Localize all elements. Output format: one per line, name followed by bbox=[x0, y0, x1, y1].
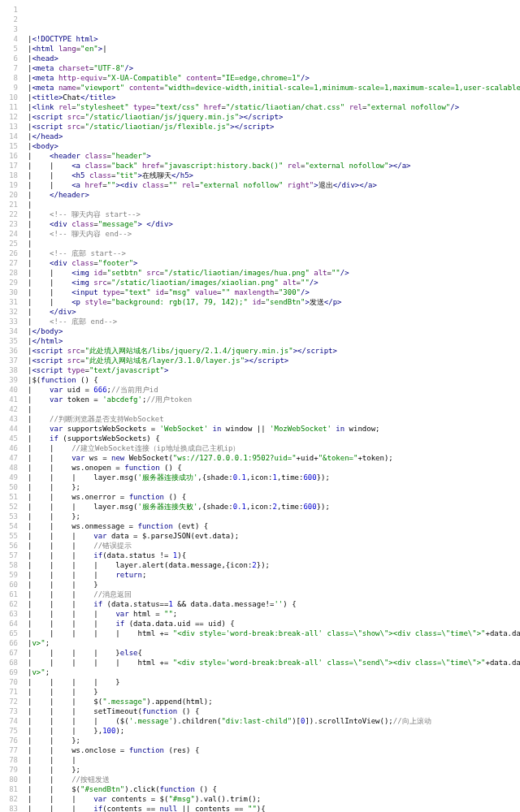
code-line: 65| | | | | html += "<div style='word-br… bbox=[0, 628, 520, 638]
line-number: 33 bbox=[0, 317, 28, 326]
line-number: 71 bbox=[0, 687, 28, 697]
code-text: | | <img id="setbtn" src="/static/liaoti… bbox=[28, 269, 349, 277]
line-number: 24 bbox=[0, 229, 28, 239]
line-number: 73 bbox=[0, 706, 28, 716]
line-number: 59 bbox=[0, 570, 28, 580]
code-line: 16| <header class="header"> bbox=[0, 151, 520, 161]
code-text: | | | //错误提示 bbox=[28, 542, 132, 550]
line-number: 5 bbox=[0, 44, 28, 54]
code-line: 29| | <img src="/static/liaotian/images/… bbox=[0, 278, 520, 287]
code-text: | | <a class="back" href="javascript:his… bbox=[28, 162, 410, 170]
code-text: |<!DOCTYPE html> bbox=[28, 35, 98, 43]
line-number: 34 bbox=[0, 326, 28, 336]
line-number: 58 bbox=[0, 560, 28, 570]
code-text: | <div class="footer"> bbox=[28, 259, 138, 267]
line-number: 66 bbox=[0, 638, 28, 648]
code-text: | | <p style="background: rgb(17, 79, 14… bbox=[28, 298, 342, 306]
code-text: |<script src="此处填入网站域名/layer/3.1.0/layer… bbox=[28, 356, 288, 365]
code-text: | <!-- 聊天内容 end--> bbox=[28, 230, 132, 238]
code-line: 77| | ws.onclose = function (res) { bbox=[0, 745, 520, 755]
line-number: 65 bbox=[0, 628, 28, 638]
code-text: | | | bbox=[28, 756, 93, 764]
code-text: |</head> bbox=[28, 132, 63, 140]
line-number: 50 bbox=[0, 482, 28, 492]
code-text: | | <a href=""><div class="" rel="extern… bbox=[28, 181, 377, 189]
code-line: 26| <!-- 底部 start--> bbox=[0, 248, 520, 258]
code-text: | <header class="header"> bbox=[28, 152, 151, 160]
code-text: | | //按钮发送 bbox=[28, 775, 110, 784]
code-text: | | | $(".message").append(html); bbox=[28, 698, 213, 706]
code-line: 73| | | setTimeout(function () { bbox=[0, 706, 520, 716]
line-number: 1 bbox=[0, 5, 28, 15]
line-number: 44 bbox=[0, 424, 28, 434]
line-number: 62 bbox=[0, 599, 28, 609]
code-line: 80| | //按钮发送 bbox=[0, 775, 520, 784]
code-line: 7|<meta charset="UTF-8"/> bbox=[0, 63, 520, 73]
code-text: |<title>Chat</title> bbox=[28, 93, 115, 102]
code-text: | bbox=[28, 405, 32, 413]
code-text: |<html lang="en">| bbox=[28, 45, 107, 53]
line-number: 4 bbox=[0, 34, 28, 44]
code-line: 3 bbox=[0, 24, 520, 34]
code-text: | | | if (data.status==1 && data.data.me… bbox=[28, 600, 297, 608]
line-number: 77 bbox=[0, 745, 28, 755]
line-number: 35 bbox=[0, 336, 28, 346]
line-number: 19 bbox=[0, 180, 28, 190]
code-line: 18| | <h5 class="tit">在线聊天</h5> bbox=[0, 171, 520, 180]
code-line: 39|$(function () { bbox=[0, 375, 520, 385]
code-line: 43| //判断浏览器是否支持WebSocket bbox=[0, 414, 520, 424]
code-line: 44| var supportsWebSockets = 'WebSocket'… bbox=[0, 424, 520, 434]
line-number: 56 bbox=[0, 541, 28, 551]
line-number: 55 bbox=[0, 531, 28, 541]
code-line: 37|<script src="此处填入网站域名/layer/3.1.0/lay… bbox=[0, 356, 520, 365]
line-number: 36 bbox=[0, 346, 28, 356]
line-number: 17 bbox=[0, 161, 28, 171]
code-text: | <!-- 聊天内容 start--> bbox=[28, 210, 141, 218]
code-text: |<meta charset="UTF-8"/> bbox=[28, 64, 133, 72]
code-line: 11|<link rel="stylesheet" type="text/css… bbox=[0, 102, 520, 112]
line-number: 83 bbox=[0, 804, 28, 812]
code-text: |<meta http-equiv="X-UA-Compatible" cont… bbox=[28, 74, 310, 82]
code-text: | | | | layer.alert(data.message,{icon:2… bbox=[28, 561, 270, 569]
code-line: 75| | | },100); bbox=[0, 726, 520, 736]
code-text: | </div> bbox=[28, 308, 76, 316]
line-number: 21 bbox=[0, 200, 28, 209]
code-text: | | ws.onclose = function (res) { bbox=[28, 746, 199, 754]
line-number: 63 bbox=[0, 609, 28, 619]
code-line: 14|</head> bbox=[0, 132, 520, 141]
code-text: | | | | }else{ bbox=[28, 649, 142, 657]
code-line: 31| | <p style="background: rgb(17, 79, … bbox=[0, 297, 520, 307]
code-text: | | | if(data.status != 1){ bbox=[28, 551, 186, 559]
code-line: 82| | | var contents = $("#msg").val().t… bbox=[0, 794, 520, 804]
code-line: 40| var uid = 666;//当前用户id bbox=[0, 385, 520, 395]
code-line: 53| | }; bbox=[0, 512, 520, 521]
line-number: 16 bbox=[0, 151, 28, 161]
code-text: | | //建立WebSocket连接（ip地址换成自己主机ip） bbox=[28, 444, 240, 452]
line-number: 25 bbox=[0, 239, 28, 248]
code-line: 68| | | | | html += "<div style='word-br… bbox=[0, 658, 520, 667]
code-text: | | }; bbox=[28, 736, 80, 745]
code-line: 74| | | | ($('.message').children("div:l… bbox=[0, 716, 520, 726]
code-line: 19| | <a href=""><div class="" rel="exte… bbox=[0, 180, 520, 190]
code-text: | | ws.onmessage = function (evt) { bbox=[28, 522, 208, 530]
code-line: 12|<script src="/static/liaotian/js/jque… bbox=[0, 112, 520, 122]
code-line: 17| | <a class="back" href="javascript:h… bbox=[0, 161, 520, 171]
code-line: 81| | $("#sendBtn").click(function () { bbox=[0, 784, 520, 794]
code-line: 33| <!-- 底部 end--> bbox=[0, 317, 520, 326]
code-line: 22| <!-- 聊天内容 start--> bbox=[0, 209, 520, 219]
line-number: 49 bbox=[0, 473, 28, 482]
line-number: 81 bbox=[0, 784, 28, 794]
line-number: 40 bbox=[0, 385, 28, 395]
line-number: 80 bbox=[0, 775, 28, 784]
code-line: 69|v>"; bbox=[0, 667, 520, 677]
line-number: 3 bbox=[0, 24, 28, 34]
code-text: | | | if(contents == null || contents ==… bbox=[28, 805, 266, 812]
code-text: |</html> bbox=[28, 337, 63, 345]
code-text: | | | } bbox=[28, 688, 98, 696]
code-line: 21| bbox=[0, 200, 520, 209]
code-text: | | <input type="text" id="msg" value=""… bbox=[28, 288, 310, 296]
line-number: 82 bbox=[0, 794, 28, 804]
code-line: 36|<script src="此处填入网站域名/libs/jquery/2.1… bbox=[0, 346, 520, 356]
code-line: 66|v>"; bbox=[0, 638, 520, 648]
code-line: 9|<meta name="viewport" content="width=d… bbox=[0, 83, 520, 93]
